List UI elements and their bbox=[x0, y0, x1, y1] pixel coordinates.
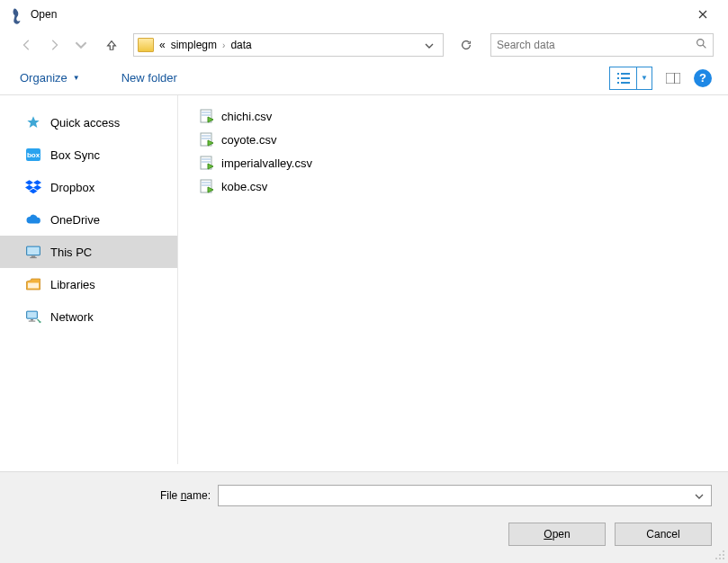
svg-rect-1 bbox=[617, 73, 619, 75]
svg-rect-31 bbox=[202, 158, 211, 160]
sidebar-item-label: Quick access bbox=[50, 116, 120, 130]
open-button[interactable]: Open bbox=[508, 523, 606, 546]
preview-pane-button[interactable] bbox=[660, 67, 687, 90]
organize-label: Organize bbox=[20, 71, 67, 85]
svg-rect-21 bbox=[31, 319, 33, 321]
filename-label: File name: bbox=[16, 489, 211, 502]
sidebar-item-label: Libraries bbox=[50, 278, 95, 291]
cloud-icon bbox=[25, 212, 41, 227]
svg-rect-20 bbox=[27, 312, 37, 318]
svg-rect-4 bbox=[621, 77, 630, 79]
file-item[interactable]: chichi.csv bbox=[200, 104, 728, 128]
bottom-panel: File name: Open Cancel bbox=[0, 471, 728, 563]
svg-rect-6 bbox=[621, 82, 630, 84]
svg-rect-29 bbox=[202, 138, 211, 139]
search-icon bbox=[696, 38, 707, 52]
svg-point-39 bbox=[723, 558, 724, 559]
folder-icon bbox=[138, 38, 154, 52]
toolbar: Organize ▼ New folder ▼ ? bbox=[0, 61, 728, 95]
svg-rect-17 bbox=[30, 257, 37, 258]
sidebar-item-label: This PC bbox=[50, 246, 92, 259]
help-button[interactable]: ? bbox=[694, 69, 712, 87]
svg-point-41 bbox=[715, 558, 717, 559]
svg-rect-15 bbox=[27, 247, 40, 255]
resize-grip[interactable] bbox=[715, 550, 725, 560]
filename-input[interactable] bbox=[222, 489, 691, 502]
breadcrumb[interactable]: « simplegm › data bbox=[133, 33, 444, 57]
file-list[interactable]: chichi.csvcoyote.csvimperialvalley.csvko… bbox=[178, 95, 728, 464]
svg-rect-8 bbox=[674, 73, 675, 84]
breadcrumb-item[interactable]: data bbox=[230, 39, 251, 51]
view-mode-dropdown[interactable]: ▼ bbox=[637, 67, 652, 89]
sidebar-item-dropbox[interactable]: Dropbox bbox=[0, 171, 177, 203]
svg-rect-28 bbox=[202, 135, 211, 137]
sidebar-item-label: OneDrive bbox=[50, 213, 100, 227]
breadcrumb-item[interactable]: simplegm bbox=[171, 39, 217, 51]
network-icon bbox=[25, 309, 41, 324]
svg-rect-26 bbox=[202, 114, 211, 116]
filename-dropdown[interactable] bbox=[691, 489, 707, 502]
body: Quick accessboxBox SyncDropboxOneDriveTh… bbox=[0, 95, 728, 464]
chevron-right-icon: › bbox=[222, 40, 225, 50]
file-name: kobe.csv bbox=[221, 180, 267, 193]
csv-file-icon bbox=[200, 132, 214, 147]
svg-rect-32 bbox=[202, 161, 211, 163]
forward-button[interactable] bbox=[43, 34, 65, 56]
organize-button[interactable]: Organize ▼ bbox=[20, 71, 80, 85]
csv-file-icon bbox=[200, 156, 214, 170]
filename-combobox[interactable] bbox=[218, 485, 712, 506]
sidebar-item-label: Dropbox bbox=[50, 181, 94, 194]
file-name: coyote.csv bbox=[221, 133, 276, 147]
svg-point-0 bbox=[697, 40, 704, 46]
file-item[interactable]: kobe.csv bbox=[200, 174, 728, 198]
sidebar-item-quick-access[interactable]: Quick access bbox=[0, 106, 177, 139]
sidebar-item-network[interactable]: Network bbox=[0, 300, 177, 333]
svg-rect-22 bbox=[29, 321, 36, 322]
file-item[interactable]: coyote.csv bbox=[200, 128, 728, 151]
up-button[interactable] bbox=[101, 34, 122, 56]
sidebar-item-box-sync[interactable]: boxBox Sync bbox=[0, 139, 177, 171]
box-icon: box bbox=[25, 147, 41, 162]
svg-point-38 bbox=[719, 554, 721, 556]
dropbox-icon bbox=[25, 180, 41, 194]
breadcrumb-dropdown[interactable] bbox=[419, 39, 439, 51]
sidebar: Quick accessboxBox SyncDropboxOneDriveTh… bbox=[0, 95, 178, 464]
sidebar-item-label: Network bbox=[50, 310, 94, 324]
svg-point-40 bbox=[719, 558, 721, 559]
svg-rect-3 bbox=[617, 77, 619, 79]
svg-rect-2 bbox=[621, 73, 630, 75]
svg-point-36 bbox=[723, 550, 724, 552]
svg-marker-9 bbox=[25, 180, 33, 185]
recent-locations-dropdown[interactable] bbox=[70, 34, 92, 56]
csv-file-icon bbox=[200, 109, 214, 123]
new-folder-button[interactable]: New folder bbox=[121, 71, 177, 85]
svg-point-23 bbox=[39, 321, 40, 323]
svg-rect-7 bbox=[666, 73, 680, 84]
window-title: Open bbox=[31, 8, 685, 21]
sidebar-item-this-pc[interactable]: This PC bbox=[0, 236, 177, 268]
file-name: imperialvalley.csv bbox=[221, 156, 312, 170]
monitor-icon bbox=[25, 245, 41, 259]
back-button[interactable] bbox=[16, 34, 38, 56]
star-icon bbox=[25, 115, 41, 130]
sidebar-item-label: Box Sync bbox=[50, 148, 100, 162]
view-mode-button[interactable]: ▼ bbox=[609, 67, 652, 90]
svg-rect-18 bbox=[28, 283, 39, 289]
breadcrumb-prefix: « bbox=[159, 39, 166, 51]
search-input[interactable] bbox=[497, 39, 696, 51]
app-icon bbox=[11, 8, 23, 21]
nav-row: « simplegm › data bbox=[0, 29, 728, 61]
refresh-button[interactable] bbox=[454, 33, 478, 57]
svg-rect-35 bbox=[202, 184, 211, 186]
cancel-button[interactable]: Cancel bbox=[615, 523, 712, 546]
search-box[interactable] bbox=[490, 33, 714, 57]
sidebar-item-libraries[interactable]: Libraries bbox=[0, 268, 177, 300]
close-button[interactable] bbox=[685, 2, 721, 27]
file-item[interactable]: imperialvalley.csv bbox=[200, 151, 728, 174]
view-list-icon bbox=[610, 67, 637, 89]
svg-rect-16 bbox=[31, 256, 36, 258]
sidebar-item-onedrive[interactable]: OneDrive bbox=[0, 203, 177, 236]
library-icon bbox=[25, 277, 41, 291]
svg-rect-34 bbox=[202, 182, 211, 183]
svg-marker-10 bbox=[33, 180, 41, 185]
